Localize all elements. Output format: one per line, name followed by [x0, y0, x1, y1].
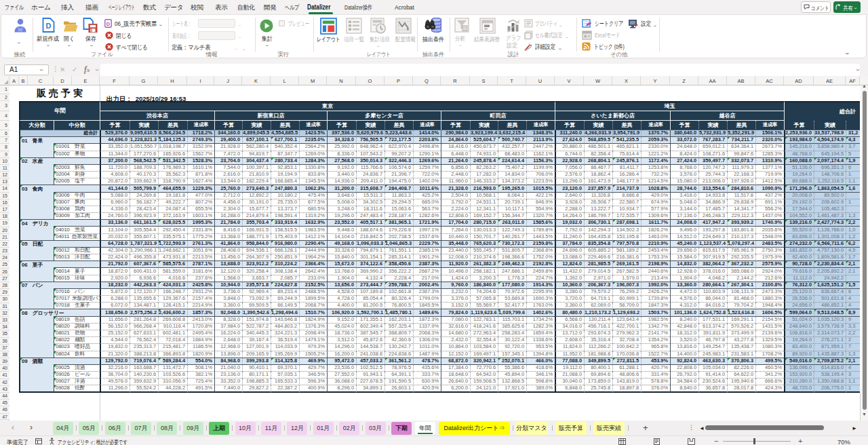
svg-text:D: D — [46, 22, 52, 30]
svg-text:D: D — [106, 21, 111, 27]
